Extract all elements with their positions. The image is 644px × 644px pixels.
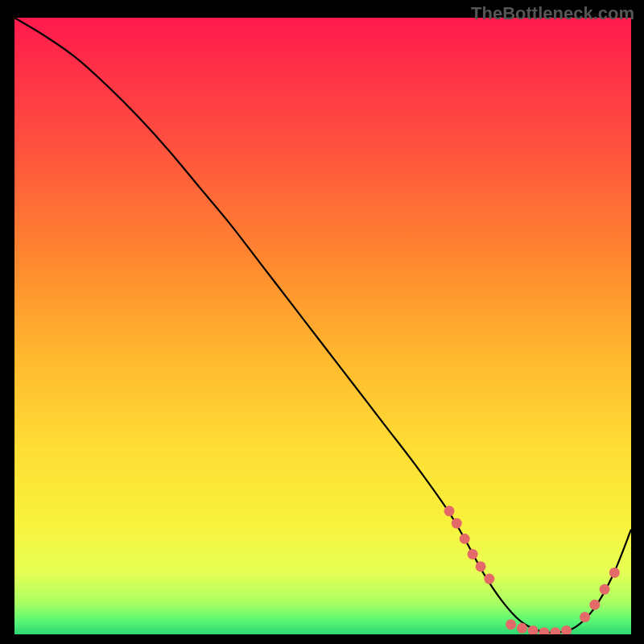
- marker-dot: [517, 623, 527, 634]
- marker-dot: [468, 549, 478, 559]
- marker-dot: [506, 619, 516, 630]
- marker-dot: [476, 561, 486, 572]
- marker-dot: [609, 568, 620, 578]
- chart-stage: [14, 18, 631, 634]
- marker-dot: [452, 518, 462, 529]
- marker-dot: [444, 506, 455, 516]
- marker-dot: [589, 600, 600, 610]
- marker-dot: [484, 574, 494, 584]
- marker-dot: [600, 584, 610, 595]
- marker-dot: [580, 612, 590, 622]
- chart-svg: [14, 18, 631, 634]
- watermark-text: TheBottleneck.com: [471, 3, 634, 24]
- chart-background: [14, 18, 631, 634]
- marker-dot: [460, 534, 470, 544]
